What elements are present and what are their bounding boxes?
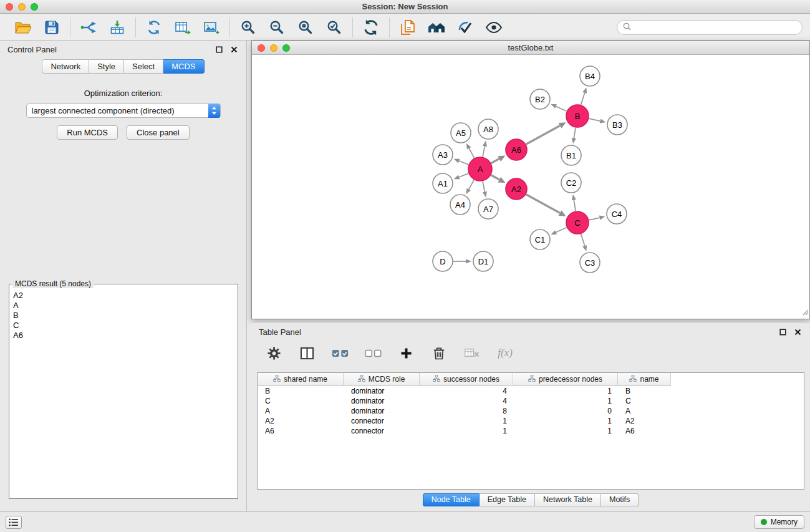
float-panel-icon[interactable]	[214, 44, 224, 54]
tab-motifs[interactable]: Motifs	[601, 493, 639, 506]
gear-icon[interactable]	[265, 344, 282, 362]
search-box[interactable]	[617, 20, 803, 35]
column-header-shared-name[interactable]: shared name	[258, 373, 344, 386]
zoom-window-button[interactable]	[31, 3, 38, 11]
node-A6[interactable]: A6	[506, 139, 527, 160]
task-list-button[interactable]	[6, 516, 22, 529]
save-icon[interactable]	[42, 18, 61, 37]
node-D1[interactable]: D1	[473, 251, 493, 271]
node-B2[interactable]: B2	[530, 89, 550, 109]
node-C2[interactable]: C2	[561, 173, 581, 193]
image-export-icon[interactable]	[202, 18, 221, 37]
column-header-successor-nodes[interactable]: successor nodes	[420, 373, 513, 386]
table-close-panel-icon[interactable]	[793, 327, 803, 337]
home-icon[interactable]	[427, 18, 446, 37]
node-C4[interactable]: C4	[607, 204, 627, 224]
node-A[interactable]: A	[468, 157, 492, 181]
node-D[interactable]: D	[433, 251, 453, 271]
result-item[interactable]: A	[13, 301, 234, 311]
minimize-window-button[interactable]	[18, 3, 26, 11]
network-close-button[interactable]	[258, 44, 265, 52]
tab-edge-table[interactable]: Edge Table	[480, 493, 535, 506]
copy-document-icon[interactable]	[398, 18, 417, 37]
eye-icon[interactable]	[485, 18, 503, 37]
node-B[interactable]: B	[566, 105, 589, 127]
zoom-selected-icon[interactable]	[325, 18, 344, 37]
node-C[interactable]: C	[566, 211, 589, 234]
node-A2[interactable]: A2	[506, 178, 527, 200]
network-zoom-button[interactable]	[282, 44, 290, 52]
close-panel-button[interactable]: Close panel	[127, 125, 190, 140]
style-check-icon[interactable]	[456, 18, 475, 37]
node-B3[interactable]: B3	[607, 115, 627, 135]
column-header-label: shared name	[284, 375, 327, 384]
svg-text:C1: C1	[535, 235, 546, 244]
node-B4[interactable]: B4	[580, 66, 600, 86]
table-cell: connector	[344, 417, 420, 425]
open-folder-icon[interactable]	[14, 18, 32, 37]
result-item[interactable]: A2	[13, 291, 234, 301]
column-header-icon	[629, 375, 637, 384]
run-mcds-button[interactable]: Run MCDS	[57, 125, 118, 140]
dropdown-stepper-icon	[208, 104, 220, 118]
close-panel-icon[interactable]	[229, 44, 239, 54]
table-toolbar: f(x)	[251, 341, 810, 365]
svg-text:A1: A1	[438, 179, 448, 188]
node-table: shared nameMCDS rolesuccessor nodesprede…	[257, 372, 804, 490]
delete-row-icon[interactable]	[430, 344, 448, 362]
tab-network[interactable]: Network	[42, 59, 89, 74]
search-input[interactable]	[634, 22, 796, 32]
network-canvas[interactable]: B4B2BB3A5A8A6B1A3AC2A1A2A4A7C4CC1C3DD1	[252, 56, 809, 319]
column-header-name[interactable]: name	[618, 373, 671, 386]
tab-network-table[interactable]: Network Table	[535, 493, 601, 506]
add-row-icon[interactable]	[397, 344, 415, 362]
tab-select[interactable]: Select	[124, 59, 163, 74]
table-cell: dominator	[344, 397, 420, 405]
svg-text:A: A	[478, 165, 483, 174]
table-export-icon[interactable]	[173, 18, 192, 37]
memory-button[interactable]: Memory	[754, 515, 804, 529]
function-builder-icon: f(x)	[496, 344, 514, 362]
table-float-panel-icon[interactable]	[778, 327, 788, 337]
svg-text:B: B	[575, 112, 581, 121]
table-row[interactable]: A6connector11A6	[258, 426, 804, 436]
deselect-all-icon[interactable]	[364, 344, 382, 362]
result-item[interactable]: B	[13, 311, 234, 321]
node-A1[interactable]: A1	[433, 173, 453, 193]
zoom-out-icon[interactable]	[268, 18, 286, 37]
node-A3[interactable]: A3	[433, 145, 453, 165]
node-C3[interactable]: C3	[580, 253, 600, 273]
resize-handle-icon[interactable]	[801, 307, 809, 318]
result-item[interactable]: A6	[13, 331, 234, 341]
tab-node-table[interactable]: Node Table	[423, 493, 480, 506]
table-row[interactable]: Bdominator41B	[258, 386, 804, 396]
node-B1[interactable]: B1	[561, 145, 581, 165]
refresh-icon[interactable]	[362, 18, 380, 37]
mcds-result-list: A2ABCA6	[9, 284, 238, 341]
table-row[interactable]: Cdominator41C	[258, 396, 804, 406]
columns-icon[interactable]	[298, 344, 316, 362]
optimization-criterion-select[interactable]: largest connected component (directed)	[26, 104, 221, 118]
node-C1[interactable]: C1	[530, 230, 550, 249]
column-header-mcds-role[interactable]: MCDS role	[344, 373, 420, 386]
svg-text:A8: A8	[483, 125, 493, 134]
result-item[interactable]: C	[13, 321, 234, 331]
node-A5[interactable]: A5	[451, 123, 471, 143]
table-row[interactable]: Adominator80A	[258, 406, 804, 416]
tab-mcds[interactable]: MCDS	[163, 59, 204, 74]
node-A8[interactable]: A8	[478, 119, 498, 139]
close-window-button[interactable]	[6, 3, 13, 11]
import-network-icon[interactable]	[79, 18, 98, 37]
column-header-predecessor-nodes[interactable]: predecessor nodes	[513, 373, 618, 386]
network-minimize-button[interactable]	[270, 44, 277, 52]
zoom-in-icon[interactable]	[239, 18, 258, 37]
node-A7[interactable]: A7	[478, 199, 498, 219]
network-reload-icon[interactable]	[145, 18, 163, 37]
node-A4[interactable]: A4	[450, 195, 470, 215]
import-table-icon[interactable]	[108, 18, 127, 37]
select-all-icon[interactable]	[331, 344, 349, 362]
zoom-fit-icon[interactable]	[296, 18, 315, 37]
table-row[interactable]: A2connector11A2	[258, 416, 804, 426]
tab-style[interactable]: Style	[89, 59, 124, 74]
svg-text:B4: B4	[585, 72, 595, 81]
